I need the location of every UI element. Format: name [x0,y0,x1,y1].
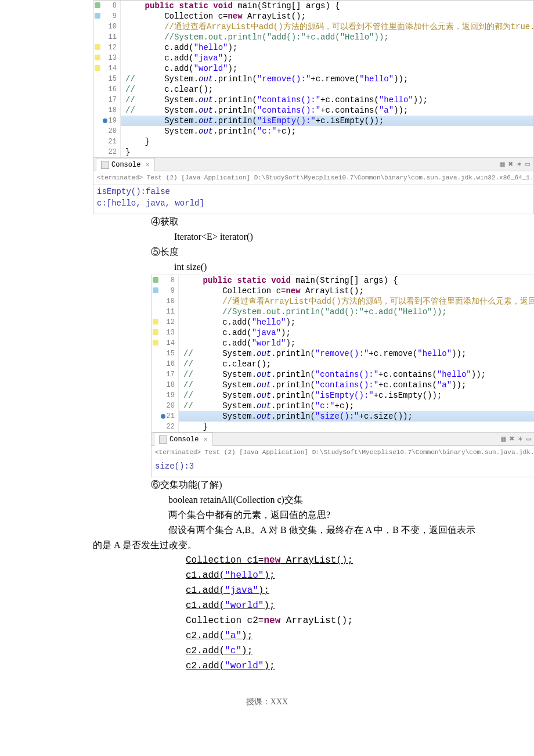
console-icon [101,161,109,169]
code-text: } [179,422,534,432]
remove-launch-icon[interactable]: ✖ [510,434,514,444]
line-number: 16 [151,359,179,369]
code-lines-1: 8 public static void main(String[] args)… [93,1,533,157]
code-editor-2: 8 public static void main(String[] args)… [151,275,534,433]
code-line: 14 c.add("world"); [151,338,534,348]
pin-icon[interactable]: ▭ [526,434,531,444]
inline-code-line: c1.add("java"); [0,583,534,598]
code-line: 17// System.out.println("contains():"+c.… [151,369,534,380]
code-text: public static void main(String[] args) { [179,275,534,286]
code-text: System.out.println("c:"+c); [121,126,533,136]
remove-all-icon[interactable]: ▦ [501,434,506,444]
code-line: 13 c.add("java"); [151,327,534,338]
code-text: c.add("java"); [179,327,534,338]
line-number: 22 [151,422,179,432]
line-number: 11 [93,32,121,42]
code-line: 12 c.add("hello"); [151,317,534,327]
console-tab[interactable]: Console ✕ [154,433,213,446]
console-tab[interactable]: Console ✕ [96,158,155,171]
code-line: 12 c.add("hello"); [93,42,533,53]
remove-all-icon[interactable]: ▦ [500,159,504,170]
code-text: c.add("world"); [121,63,533,74]
code-line: 17// System.out.println("contains():"+c.… [93,95,533,105]
console-tab-label: Console [111,160,140,170]
code-text: // System.out.println("contains():"+c.co… [179,380,534,390]
code-line: 16// c.clear(); [151,359,534,369]
line-number: 17 [151,369,179,380]
retainall-desc3: 的是 A 是否发生过改变。 [0,538,534,553]
code-text: //System.out.println("add():"+c.add("Hel… [179,307,534,317]
code-text: // System.out.println("contains():"+c.co… [121,105,533,116]
line-number: 21 [93,136,121,147]
code-line: 8 public static void main(String[] args)… [151,275,534,286]
code-line: 10 //通过查看ArrayList中add()方法的源码，可以看到不管往里面添… [93,21,533,32]
retainall-desc1: 两个集合中都有的元素，返回值的意思? [0,507,534,523]
code-text: // System.out.println("remove():"+c.remo… [179,348,534,359]
code-line: 9 Collection c=new ArrayList(); [151,286,534,296]
code-text: // c.clear(); [121,84,533,95]
console-tab-bar-2: Console ✕ ▦ ✖ ✶ ▭ [151,433,534,446]
code-text: c.add("world"); [179,338,534,348]
code-line: 22 } [151,422,534,432]
line-number: 8 [93,1,121,11]
console-output-2: size():3 [151,459,534,477]
code-line: 21 System.out.println("size():"+c.size()… [151,411,534,422]
section-retainall: ⑥交集功能(了解) boolean retainAll(Collection c… [0,477,534,553]
console-panel-1: Console ✕ ▦ ✖ ✶ ▭ <terminated> Test (2) … [93,158,534,214]
line-number: 16 [93,84,121,95]
line-number: 8 [151,275,179,286]
line-number: 14 [93,63,121,74]
line-number: 17 [93,95,121,105]
code-text: //通过查看ArrayList中add()方法的源码，可以看到不管往里面添加什么… [121,21,534,32]
line-number: 10 [93,21,121,32]
close-icon[interactable]: ✕ [145,160,149,170]
code-text: public static void main(String[] args) { [121,1,533,11]
inline-code-line: c2.add("a"); [0,628,534,643]
line-number: 9 [93,11,121,21]
line-number: 9 [151,286,179,296]
clear-icon[interactable]: ✶ [518,434,522,444]
line-number: 20 [151,401,179,411]
line-number: 19 [151,390,179,401]
code-line: 15// System.out.println("remove():"+c.re… [151,348,534,359]
code-line: 16// c.clear(); [93,84,533,95]
clear-icon[interactable]: ✶ [517,159,521,170]
code-line: 20 System.out.println("c:"+c); [93,126,533,136]
close-icon[interactable]: ✕ [203,434,207,445]
inline-code-line: Collection c1=new ArrayList(); [0,553,534,568]
code-text: //通过查看ArrayList中add()方法的源码，可以看到不管往里面添加什么… [179,296,534,307]
console-tab-bar-1: Console ✕ ▦ ✖ ✶ ▭ [93,158,533,171]
code-text: c.add("java"); [121,53,533,63]
line-number: 15 [93,74,121,84]
heading-6: ⑥交集功能(了解) [0,477,534,492]
line-number: 19 [93,116,121,126]
inline-code-line: Collection c2=new ArrayList(); [0,613,534,628]
line-number: 10 [151,296,179,307]
code-text: Collection c=new ArrayList(); [121,11,533,21]
line-number: 12 [93,42,121,53]
retainall-desc2: 假设有两个集合 A,B。A 对 B 做交集，最终存在 A 中，B 不变，返回值表… [0,523,534,538]
code-line: 13 c.add("java"); [93,53,533,63]
line-number: 13 [93,53,121,63]
line-number: 20 [93,126,121,136]
console-status-1: <terminated> Test (2) [Java Application]… [93,171,533,185]
console-toolbar: ▦ ✖ ✶ ▭ [501,434,534,444]
line-number: 14 [151,338,179,348]
pin-icon[interactable]: ▭ [525,159,530,170]
console-panel-2: Console ✕ ▦ ✖ ✶ ▭ <terminated> Test (2) … [151,433,534,477]
console-status-2: <terminated> Test (2) [Java Application]… [151,446,534,459]
inline-code-line: c1.add("hello"); [0,568,534,583]
code-line: 14 c.add("world"); [93,63,533,74]
code-text: Collection c=new ArrayList(); [179,286,534,296]
code-lines-2: 8 public static void main(String[] args)… [151,275,534,432]
retainall-sig: boolean retainAll(Collection c)交集 [0,492,534,507]
code-text: // System.out.println("contains():"+c.co… [179,369,534,380]
code-line: 22} [93,147,533,157]
code-text: // System.out.println("c:"+c); [179,401,534,411]
code-text: } [121,147,533,157]
remove-launch-icon[interactable]: ✖ [508,159,513,170]
code-line: 11 //System.out.println("add():"+c.add("… [151,307,534,317]
size-signature: int size() [0,260,534,275]
line-number: 22 [93,147,121,157]
code-line: 19 System.out.println("isEmpty():"+c.isE… [93,116,533,126]
